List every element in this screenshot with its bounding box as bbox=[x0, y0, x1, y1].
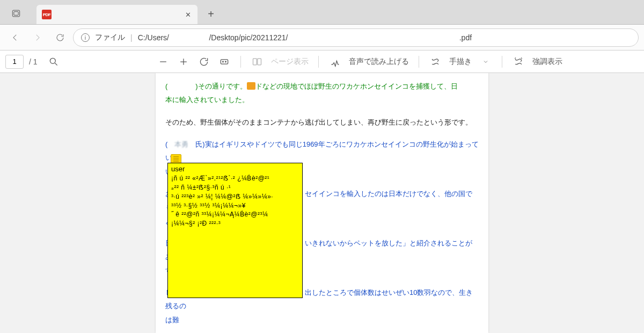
new-tab-button[interactable]: + bbox=[202, 5, 220, 23]
address-path-obscured-1 bbox=[174, 33, 203, 42]
draw-label[interactable]: 手描き bbox=[449, 57, 472, 67]
close-tab-button[interactable]: ✕ bbox=[184, 10, 192, 19]
pdf-page: ( )その通りです。ドなどの現地でほぼ野生のワカケホンセイインコを捕獲して、日 … bbox=[156, 73, 488, 333]
page-view-icon[interactable] bbox=[248, 53, 266, 70]
rotate-button[interactable] bbox=[195, 53, 213, 70]
find-button[interactable] bbox=[45, 53, 62, 70]
address-scheme: ファイル bbox=[95, 33, 125, 42]
address-path-obscured-2 bbox=[294, 33, 454, 42]
address-bar[interactable]: i ファイル | C:/Users/ /Desktop/pic/20211221… bbox=[73, 28, 639, 47]
draw-icon[interactable] bbox=[427, 53, 444, 70]
svg-rect-1 bbox=[14, 12, 18, 16]
tab-title bbox=[56, 10, 179, 19]
doc-para-1: ( )その通りです。ドなどの現地でほぼ野生のワカケホンセイインコを捕獲して、日 … bbox=[165, 79, 479, 107]
address-path-2: /Desktop/pic/20211221/ bbox=[209, 33, 288, 42]
pdf-icon: PDF bbox=[42, 10, 52, 19]
address-path-ext: .pdf bbox=[459, 33, 472, 42]
page-view-label[interactable]: ページ表示 bbox=[271, 57, 309, 67]
page-number-input[interactable] bbox=[5, 55, 24, 69]
pdf-toolbar: / 1 ページ表示 音声で読み上げる 手描き 強調表示 bbox=[0, 50, 644, 73]
zoom-in-button[interactable] bbox=[175, 53, 192, 70]
annotation-author: user bbox=[171, 164, 299, 174]
browser-tabbar: PDF ✕ + bbox=[0, 0, 644, 25]
draw-dropdown[interactable] bbox=[477, 53, 494, 70]
highlight-label[interactable]: 強調表示 bbox=[532, 57, 562, 67]
zoom-out-button[interactable] bbox=[155, 53, 172, 70]
svg-point-2 bbox=[50, 58, 55, 63]
pdf-viewer[interactable]: ( )その通りです。ドなどの現地でほぼ野生のワカケホンセイインコを捕獲して、日 … bbox=[0, 73, 644, 333]
forward-button[interactable] bbox=[28, 28, 47, 47]
svg-rect-3 bbox=[221, 59, 228, 63]
browser-tab[interactable]: PDF ✕ bbox=[36, 5, 197, 24]
address-path-1: C:/Users/ bbox=[138, 33, 169, 42]
page-count: / 1 bbox=[29, 57, 38, 66]
svg-rect-6 bbox=[253, 59, 257, 65]
fit-button[interactable] bbox=[216, 53, 233, 70]
svg-point-4 bbox=[222, 61, 223, 62]
browser-navbar: i ファイル | C:/Users/ /Desktop/pic/20211221… bbox=[0, 25, 644, 50]
site-info-icon[interactable]: i bbox=[81, 33, 90, 42]
highlight-icon[interactable] bbox=[510, 53, 527, 70]
tab-overview-button[interactable] bbox=[5, 3, 27, 24]
read-aloud-icon[interactable] bbox=[326, 53, 343, 70]
back-button[interactable] bbox=[5, 28, 25, 47]
svg-rect-7 bbox=[257, 59, 261, 65]
refresh-button[interactable] bbox=[50, 28, 70, 47]
annotation-text: ¡ñ ú ²² «²Æ`»².²¹²ẞ`·² ¿¼Ḃè²@²¹ ₐ²² ñ ¼±… bbox=[171, 174, 299, 228]
read-aloud-label[interactable]: 音声で読み上げる bbox=[349, 57, 409, 67]
annotation-popup[interactable]: user ¡ñ ú ²² «²Æ`»².²¹²ẞ`·² ¿¼Ḃè²@²¹ ₐ²²… bbox=[167, 163, 303, 298]
doc-para-2: そのため、野生個体がそのままコンテナから逃げ出してしまい、再び野生に戻ったという… bbox=[165, 115, 479, 129]
inline-icon bbox=[247, 82, 255, 90]
svg-point-5 bbox=[225, 61, 226, 62]
